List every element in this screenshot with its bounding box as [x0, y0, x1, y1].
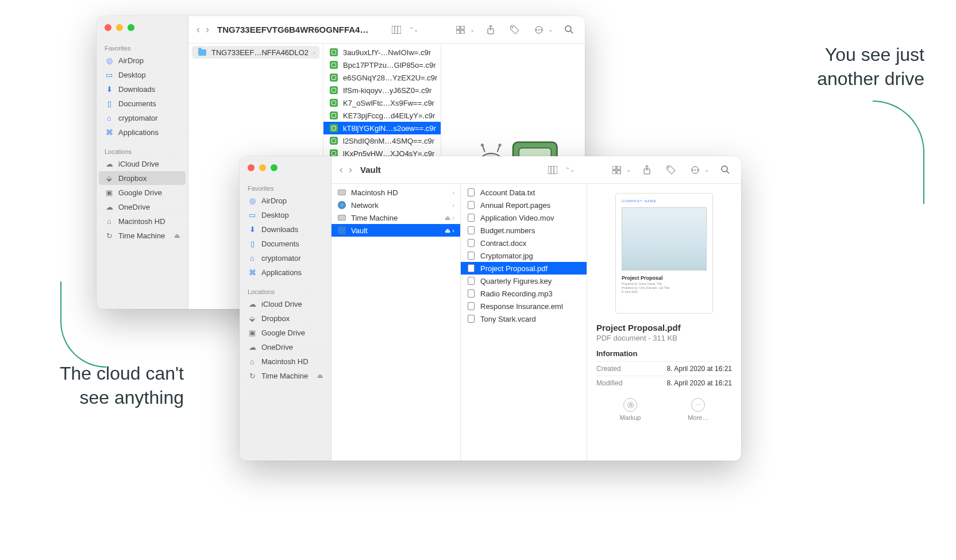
view-columns-button[interactable] [388, 22, 404, 38]
file-row[interactable]: Response Insurance.eml [461, 300, 587, 312]
markup-button[interactable]: ⓐ Markup [620, 398, 641, 421]
back-button[interactable]: ‹ [340, 164, 343, 176]
group-button[interactable] [453, 22, 469, 38]
file-row[interactable]: Annual Report.pages [461, 199, 587, 211]
forward-button[interactable]: › [349, 164, 352, 176]
sidebar-item-cryptomator[interactable]: ⌂cryptomator [99, 111, 186, 125]
sidebar-item-documents[interactable]: ▯Documents [99, 96, 186, 110]
search-button[interactable] [561, 22, 577, 38]
share-button[interactable] [639, 162, 655, 178]
file-row[interactable]: Quarterly Figures.key [461, 275, 587, 287]
sidebar-item-label: iCloud Drive [118, 160, 159, 168]
encrypted-file-row[interactable]: kT8ljYGKglN…s2oew==.c9r [323, 122, 441, 134]
action-button[interactable] [531, 22, 547, 38]
chevron-down-icon[interactable]: ⌄ [548, 26, 553, 33]
file-label: TNG733EEF…NFFA46DLO2 [211, 48, 309, 57]
sidebar-item-onedrive[interactable]: ☁OneDrive [242, 340, 329, 354]
sidebar-item-google-drive[interactable]: ▣Google Drive [99, 186, 186, 199]
window-controls [97, 24, 188, 41]
drive-icon: ⌂ [105, 217, 114, 226]
sidebar-item-icloud-drive[interactable]: ☁iCloud Drive [242, 297, 329, 311]
svg-line-30 [483, 146, 484, 152]
sidebar-item-google-drive[interactable]: ▣Google Drive [242, 326, 329, 339]
svg-point-50 [668, 167, 669, 168]
sidebar-item-airdrop[interactable]: ◎AirDrop [242, 194, 329, 207]
close-button[interactable] [248, 164, 255, 171]
forward-button[interactable]: › [206, 24, 209, 36]
sidebar-item-macintosh-hd[interactable]: ⌂Macintosh HD [99, 214, 186, 228]
zoom-button[interactable] [271, 164, 277, 171]
search-button[interactable] [717, 162, 733, 178]
sidebar-item-airdrop[interactable]: ◎AirDrop [99, 53, 186, 67]
file-row[interactable]: Radio Recording.mp3 [461, 287, 587, 300]
finder-window-vault: Favorites ◎AirDrop▭Desktop⬇Downloads▯Doc… [240, 156, 741, 461]
preview-meta: Prepared for: Dana Chase, TitlePrepared … [622, 282, 707, 294]
location-row[interactable]: Network› [331, 199, 460, 211]
group-button[interactable] [609, 162, 625, 178]
sidebar-item-label: cryptomator [261, 254, 301, 262]
encrypted-file-row[interactable]: KE73pjFccg…d4ElLyY=.c9r [323, 109, 441, 122]
sidebar-item-label: Downloads [261, 225, 298, 234]
tags-button[interactable] [663, 162, 679, 178]
home-icon: ⌂ [105, 113, 114, 122]
minimize-button[interactable] [259, 164, 266, 171]
file-row[interactable]: Account Data.txt [461, 186, 587, 199]
view-dropdown-icon[interactable]: ⌃⌄ [406, 22, 422, 38]
back-button[interactable]: ‹ [196, 24, 200, 36]
folder-row[interactable]: TNG733EEF…NFFA46DLO2› [192, 46, 319, 59]
file-row[interactable]: Budget.numbers [461, 224, 587, 237]
view-dropdown-icon[interactable]: ⌃⌄ [562, 162, 578, 178]
sidebar-item-cryptomator[interactable]: ⌂cryptomator [242, 251, 329, 265]
sidebar-item-dropbox[interactable]: ⬙Dropbox [99, 171, 186, 185]
encrypted-file-row[interactable]: IfSm-kiqoyv…yJ6SZ0=.c9r [323, 84, 441, 96]
view-columns-button[interactable] [545, 162, 561, 178]
sidebar-item-applications[interactable]: ⌘Applications [242, 265, 329, 279]
sidebar-item-desktop[interactable]: ▭Desktop [99, 68, 186, 82]
file-row[interactable]: Cryptomator.jpg [461, 249, 587, 262]
zoom-button[interactable] [128, 24, 134, 31]
sidebar-item-time-machine[interactable]: ↻Time Machine⏏ [242, 369, 329, 383]
location-row[interactable]: Time Machine⏏ › [331, 211, 460, 224]
chevron-down-icon[interactable]: ⌄ [704, 167, 709, 173]
file-icon [329, 136, 338, 145]
chevron-down-icon[interactable]: ⌄ [626, 167, 631, 173]
sidebar-item-downloads[interactable]: ⬇Downloads [242, 222, 329, 236]
modified-value: 8. April 2020 at 16:21 [667, 379, 732, 387]
file-label: Radio Recording.mp3 [480, 289, 553, 298]
sidebar-item-icloud-drive[interactable]: ☁iCloud Drive [99, 157, 186, 171]
file-row[interactable]: Application Video.mov [461, 211, 587, 224]
more-button[interactable]: ⋯ More… [688, 398, 708, 421]
eject-icon[interactable]: ⏏ [317, 372, 323, 380]
chevron-down-icon[interactable]: ⌄ [470, 26, 475, 33]
sidebar-item-downloads[interactable]: ⬇Downloads [99, 82, 186, 96]
share-button[interactable] [483, 22, 499, 38]
encrypted-file-row[interactable]: e6SGNqY28…YzEX2U=.c9r [323, 71, 441, 84]
file-row[interactable]: Project Proposal.pdf [461, 262, 587, 275]
file-label: Contract.docx [480, 239, 526, 248]
encrypted-file-row[interactable]: K7_oSwlFtc…Xs9Fw==.c9r [323, 96, 441, 109]
file-row[interactable]: Contract.docx [461, 237, 587, 249]
file-icon [329, 73, 338, 82]
encrypted-file-row[interactable]: l2ShdIQ8nM…4SMQ==.c9r [323, 134, 441, 147]
encrypted-file-row[interactable]: 3au9uxLfY-…NwIOIw=.c9r [323, 46, 441, 59]
minimize-button[interactable] [116, 24, 123, 31]
sidebar-item-macintosh-hd[interactable]: ⌂Macintosh HD [242, 354, 329, 368]
location-row[interactable]: Macintosh HD› [331, 186, 460, 199]
desktop-icon: ▭ [105, 70, 114, 79]
file-icon [467, 251, 476, 260]
file-row[interactable]: Tony Stark.vcard [461, 312, 587, 325]
sidebar-item-label: cryptomator [118, 114, 158, 122]
sidebar-item-desktop[interactable]: ▭Desktop [242, 208, 329, 222]
close-button[interactable] [105, 24, 111, 31]
eject-icon[interactable]: ⏏ [174, 232, 180, 240]
sidebar-item-documents[interactable]: ▯Documents [242, 237, 329, 250]
encrypted-file-row[interactable]: Bpc17PTPzu…GlP85o=.c9r [323, 59, 441, 71]
sidebar-item-onedrive[interactable]: ☁OneDrive [99, 200, 186, 214]
sidebar-item-time-machine[interactable]: ↻Time Machine⏏ [99, 229, 186, 242]
action-button[interactable] [687, 162, 703, 178]
tags-button[interactable] [507, 22, 523, 38]
sidebar-item-applications[interactable]: ⌘Applications [99, 125, 186, 139]
location-row[interactable]: Vault⏏ › [331, 224, 460, 237]
file-label: Annual Report.pages [480, 201, 550, 210]
sidebar-item-dropbox[interactable]: ⬙Dropbox [242, 311, 329, 325]
